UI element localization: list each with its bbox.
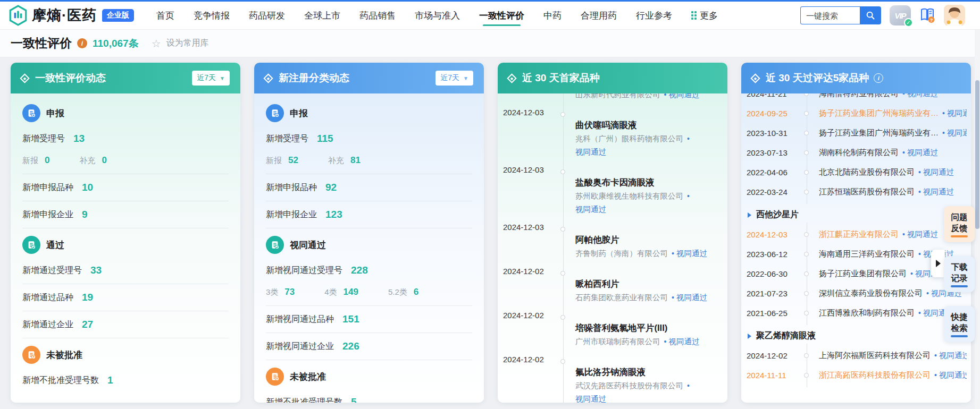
nav-item-行业参考[interactable]: 行业参考 [636,2,672,29]
company-name: 石药集团欧意药业有限公司 [575,293,668,302]
timeline-date: 2024-12-02 [503,311,554,320]
date-range-dropdown[interactable]: 近7天▼ [192,71,230,86]
company-name[interactable]: 扬子江药业集团广州海瑞药业有… [819,108,939,117]
company-name[interactable]: 浙江高跖医药科技股份有限公司 [819,370,931,379]
grouped-timeline-list: 2024-11-21海南倍特药业有限公司•视同通过2024-09-25扬子江药业… [747,93,967,385]
scrollbar-thumb[interactable] [975,80,979,229]
link-bullet-icon: • [934,371,937,379]
link-bullet-icon: • [664,93,667,99]
drug-group-header[interactable]: 聚乙烯醇滴眼液 [748,330,967,342]
pass-status-link[interactable]: 视同通过 [939,371,967,379]
company-name[interactable]: 江西博雅欣和制药有限公司 [819,308,915,317]
help-guide-icon[interactable]: ? [919,7,935,24]
pass-status-link[interactable]: 视同通过 [947,109,967,117]
company-line: 兆科（广州）眼科药物有限公司•视同通过 [575,132,720,159]
nav-item-全球上市[interactable]: 全球上市 [304,2,340,29]
company-name: 武汉先路医药科技股份有限公司 [575,381,683,390]
arrow-right-icon [936,260,941,267]
pass-status-link[interactable]: 视同通过 [923,188,954,196]
info-icon[interactable]: i [874,73,883,83]
feedback-button[interactable]: 问题反馈 [944,206,975,242]
nav-item-首页[interactable]: 首页 [156,2,174,29]
stat-value: 13 [73,133,85,144]
chevron-down-icon: ▼ [220,75,225,81]
pass-status-link[interactable]: 视同通过 [907,93,938,98]
company-name[interactable]: 海南倍特药业有限公司 [819,93,899,98]
main-nav: 首页竞争情报药品研发全球上市药品销售市场与准入一致性评价中药合理用药行业参考更多 [156,2,718,29]
nav-item-药品研发[interactable]: 药品研发 [249,2,285,29]
section-header: 未被批准 [22,346,229,364]
float-button-underline [951,335,968,337]
entry-company-wrap: 深圳信立泰药业股份有限公司•视同通过 [819,288,962,299]
page-scrollbar[interactable] [975,30,980,409]
stat-sub-pair: 5.2类6 [388,287,418,297]
stat-row: 新增受理号13 [22,125,229,152]
search-input[interactable] [800,6,860,24]
pass-status-link[interactable]: 视同通过 [676,293,707,302]
drug-name[interactable]: 哌柏西利片 [575,276,720,291]
nav-item-中药[interactable]: 中药 [543,2,562,29]
pass-status-link[interactable]: 视同通过 [668,93,699,99]
quick-search-button[interactable]: 快捷检索 [944,306,975,342]
pass-entry-row: 2024-12-03浙江麒正药业有限公司•视同通过 [747,225,967,244]
pass-status-link[interactable]: 视同通过 [676,249,707,258]
entry-company-wrap: 上海阿尔福斯医药科技有限公司•视同通过 [819,351,967,361]
company-name[interactable]: 北京北陆药业股份有限公司 [819,167,915,176]
link-bullet-icon: • [918,250,921,258]
company-name[interactable]: 湖南科伦制药有限公司 [819,148,899,157]
first-variety-card: 近 30 天首家品种山东新时代药业有限公司•视同通过2024-12-03曲伏噻吗… [498,63,727,403]
drug-name[interactable]: 盐酸奥布卡因滴眼液 [575,175,720,190]
nav-item-合理用药[interactable]: 合理用药 [581,2,617,29]
nav-item-药品销售[interactable]: 药品销售 [359,2,396,29]
pass-status-link[interactable]: 视同通过 [923,168,954,176]
logo[interactable]: 摩熵·医药 企业版 [9,5,134,26]
search-button[interactable] [860,6,881,24]
drug-name[interactable]: 曲伏噻吗滴眼液 [575,117,720,132]
info-icon[interactable]: i [77,38,87,48]
pass-entry-row: 2024-11-21海南倍特药业有限公司•视同通过 [747,93,967,104]
favorite-label[interactable]: 设为常用库 [166,38,209,49]
drug-group-header[interactable]: 西他沙星片 [748,209,967,220]
pass-status-link[interactable]: 视同通过 [907,230,938,238]
pass-status-link[interactable]: 视同通过 [668,337,699,346]
timeline-content: 培哚普利氨氯地平片(III)广州市联瑞制药有限公司•视同通过 [575,320,720,348]
pass-status-link[interactable]: 视同通过 [575,395,606,403]
vip-badge[interactable]: VIP ✓ [890,5,911,25]
section-title: 视同通过 [290,239,326,251]
nav-item-更多[interactable]: 更多 [691,2,718,29]
drug-name[interactable]: 氟比洛芬钠滴眼液 [575,364,720,379]
pass-status-link[interactable]: 视同通过 [947,129,967,137]
nav-item-label: 合理用药 [581,10,617,22]
date-range-dropdown[interactable]: 近7天▼ [435,71,473,86]
pass-status-link[interactable]: 视同通过 [575,205,606,214]
card-body: 山东新时代药业有限公司•视同通过2024-12-03曲伏噻吗滴眼液兆科（广州）眼… [498,93,727,403]
pass-entry-row: 2021-06-25江西博雅欣和制药有限公司•视同通过 [747,303,967,323]
user-avatar[interactable] [944,5,965,26]
company-name[interactable]: 扬子江药业集团有限公司 [819,269,907,278]
search-icon [866,11,875,20]
company-line: 苏州欧康维视生物科技有限公司•视同通过 [575,190,720,216]
favorite-star-icon[interactable]: ☆ [152,37,161,50]
card-header: 一致性评价动态近7天▼ [11,63,240,93]
pass-status-link[interactable]: 视同通过 [575,148,606,156]
drug-name[interactable]: 阿帕他胺片 [575,232,720,247]
company-name[interactable]: 深圳信立泰药业股份有限公司 [819,288,923,297]
download-records-button[interactable]: 下载记录 [944,256,975,292]
stat-sub-value: 73 [284,287,295,297]
rail-collapse-tab[interactable] [931,250,945,277]
timeline-item: 2024-12-03阿帕他胺片齐鲁制药（海南）有限公司•视同通过 [503,220,720,265]
pass-status-link[interactable]: 视同通过 [907,148,938,157]
diamond-icon [507,73,516,83]
company-name[interactable]: 江苏恒瑞医药股份有限公司 [819,187,915,196]
nav-item-市场与准入[interactable]: 市场与准入 [415,2,460,29]
company-name[interactable]: 浙江麒正药业有限公司 [819,229,899,238]
company-name[interactable]: 上海阿尔福斯医药科技有限公司 [819,351,931,360]
company-name[interactable]: 扬子江药业集团广州海瑞药业有… [819,128,939,137]
pass-status-link[interactable]: 视同通过 [939,351,967,360]
nav-item-竞争情报[interactable]: 竞争情报 [194,2,230,29]
drug-name[interactable]: 培哚普利氨氯地平片(III) [575,320,720,335]
stat-sub-label: 新报 [266,156,282,166]
nav-item-一致性评价[interactable]: 一致性评价 [479,2,524,29]
company-name[interactable]: 海南通用三洋药业有限公司 [819,249,915,258]
card-header: 近 30 天过评达5家品种i [741,63,971,93]
